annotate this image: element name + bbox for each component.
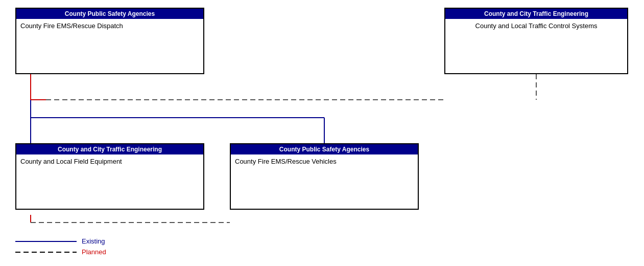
node-traffic-control-body: County and Local Traffic Control Systems (445, 19, 627, 60)
node-fire-ems-vehicles-body: County Fire EMS/Rescue Vehicles (231, 154, 418, 195)
legend-planned-label: Planned (82, 248, 106, 256)
node-fire-ems-dispatch: County Public Safety Agencies County Fir… (15, 8, 204, 74)
legend-planned: Planned (15, 248, 106, 256)
node-fire-ems-vehicles: County Public Safety Agencies County Fir… (230, 143, 419, 210)
diagram-container: County Public Safety Agencies County Fir… (0, 0, 644, 266)
legend: Existing Planned (15, 237, 106, 256)
node-field-equipment-header: County and City Traffic Engineering (16, 144, 203, 154)
node-fire-ems-vehicles-header: County Public Safety Agencies (231, 144, 418, 154)
legend-existing-label: Existing (82, 237, 105, 245)
legend-planned-line-svg (15, 250, 77, 255)
node-fire-ems-dispatch-header: County Public Safety Agencies (16, 9, 203, 19)
node-traffic-control-systems: County and City Traffic Engineering Coun… (444, 8, 628, 74)
node-fire-ems-dispatch-body: County Fire EMS/Rescue Dispatch (16, 19, 203, 60)
node-traffic-control-header: County and City Traffic Engineering (445, 9, 627, 19)
node-field-equipment: County and City Traffic Engineering Coun… (15, 143, 204, 210)
node-field-equipment-body: County and Local Field Equipment (16, 154, 203, 195)
legend-existing: Existing (15, 237, 106, 245)
legend-existing-line (15, 241, 77, 242)
